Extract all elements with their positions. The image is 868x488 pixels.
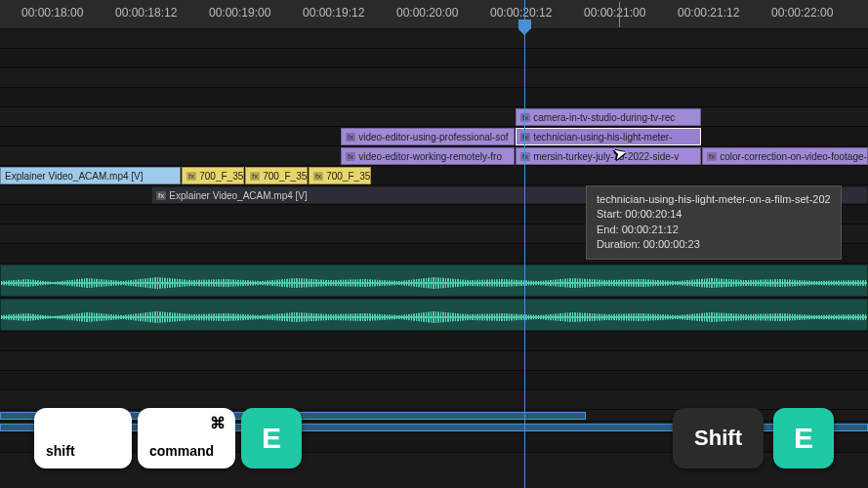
clip-technician-selected[interactable]: fx technician-using-his-light-meter- [516,128,701,145]
audio-clip[interactable] [0,264,868,297]
clip-label: 700_F_35 [199,171,243,182]
clip-label: Explainer Video_ACAM.mp4 [V] [5,171,144,182]
clip-label: 700_F_35 [263,171,307,182]
clip-label: technician-using-his-light-meter- [533,132,672,142]
ruler-tick: 00:00:20:12 [490,6,552,20]
ruler-tick: 00:00:21:00 [584,6,645,20]
clip-label: mersin-turkey-july-13-2022-side-v [533,151,679,162]
clip-700f35[interactable]: fx 700_F_35 [182,167,244,184]
empty-track[interactable] [0,390,868,410]
key-shift-dark: Shift [673,408,764,468]
command-symbol-icon: ⌘ [210,414,226,432]
fx-badge-icon: fx [520,152,530,161]
clip-label: color-correction-on-video-footage-2 [720,151,868,162]
marker-icon[interactable] [619,2,620,27]
tooltip-title: technician-using-his-light-meter-on-a-fi… [597,192,831,207]
clip-video-editor-pro[interactable]: fx video-editor-using-professional-sof [341,128,515,145]
fx-badge-icon: fx [250,172,260,181]
audio-clip[interactable] [0,299,868,331]
clip-700f35[interactable]: fx 700_F_35 [309,167,371,184]
clip-700f35[interactable]: fx 700_F_35 [245,167,308,184]
video-track-v5[interactable]: fx camera-in-tv-studio-during-tv-rec [0,107,868,127]
fx-badge-icon: fx [520,133,530,142]
empty-track[interactable] [0,332,868,351]
clip-label: video-editor-using-professional-sof [358,132,508,142]
ruler-tick: 00:00:18:00 [21,6,83,20]
shortcut-left-group: shift ⌘ command E [34,408,302,468]
playhead-handle-icon[interactable] [518,20,531,29]
shortcut-right-group: Shift E [673,408,834,468]
key-command: ⌘ command [138,408,235,468]
ruler-tick: 00:00:18:12 [115,6,177,20]
empty-track[interactable] [0,351,868,371]
clip-label: Explainer Video_ACAM.mp4 [V] [169,190,308,201]
fx-badge-icon: fx [156,191,166,200]
clip-label: 700_F_35 [326,171,370,182]
clip-mersin[interactable]: fx mersin-turkey-july-13-2022-side-v [516,147,701,165]
playhead[interactable] [524,0,525,488]
audio-track-a1[interactable] [0,264,868,298]
clip-video-editor-remote[interactable]: fx video-editor-working-remotely-fro [341,147,515,165]
video-track-v2[interactable]: Explainer Video_ACAM.mp4 [V] fx 700_F_35… [0,166,868,185]
fx-badge-icon: fx [346,133,355,142]
fx-badge-icon: fx [520,113,530,122]
ruler-tick: 00:00:19:00 [209,6,270,20]
key-shift: shift [34,408,132,468]
empty-track[interactable] [0,371,868,390]
ruler-tick: 00:00:21:12 [678,6,739,20]
clip-label: video-editor-working-remotely-fro [358,151,502,162]
waveform-icon [1,307,867,327]
waveform-icon [1,273,867,293]
key-e: E [773,408,834,468]
tooltip-start: Start: 00:00:20:14 [597,207,831,222]
ruler-tick: 00:00:22:00 [771,6,833,20]
video-track[interactable] [0,49,868,68]
key-e: E [241,408,302,468]
fx-badge-icon: fx [313,172,323,181]
tooltip-duration: Duration: 00:00:00:23 [597,237,831,252]
tooltip-end: End: 00:00:21:12 [597,223,831,237]
ruler-tick: 00:00:20:00 [396,6,458,20]
video-track[interactable] [0,68,868,88]
timeline-ruler[interactable]: 00:00:18:00 00:00:18:12 00:00:19:00 00:0… [0,0,868,29]
video-track-v4[interactable]: fx video-editor-using-professional-sof f… [0,127,868,146]
audio-track-a2[interactable] [0,298,868,332]
video-track[interactable] [0,29,868,49]
clip-camera-studio[interactable]: fx camera-in-tv-studio-during-tv-rec [516,108,701,126]
clip-explainer-v[interactable]: Explainer Video_ACAM.mp4 [V] [0,167,181,184]
clip-label: camera-in-tv-studio-during-tv-rec [533,112,675,123]
clip-tooltip: technician-using-his-light-meter-on-a-fi… [586,185,842,260]
fx-badge-icon: fx [346,152,355,161]
fx-badge-icon: fx [707,152,717,161]
video-track[interactable] [0,88,868,107]
fx-badge-icon: fx [186,172,196,181]
video-track-v3[interactable]: fx video-editor-working-remotely-fro fx … [0,146,868,166]
ruler-tick: 00:00:19:12 [303,6,364,20]
clip-color-correction[interactable]: fx color-correction-on-video-footage-2 [702,147,868,165]
